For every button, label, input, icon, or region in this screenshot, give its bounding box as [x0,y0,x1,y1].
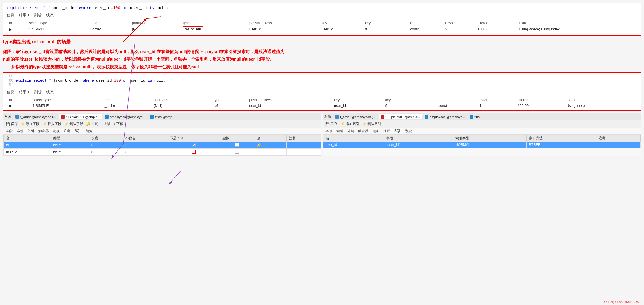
table-row-user-id-index[interactable]: user_id `user_id` NORMAL BTREE [323,142,641,148]
tab-info-2[interactable]: 信息 [7,89,14,95]
col-header-key: key [319,20,363,26]
cell-field-decimal-user-id: 0 [123,149,167,156]
right-db-icon [335,115,339,119]
panel-left-sub-tabs: 字段 索引 外键 触发器 选项 注释 SQL 预览 [3,128,321,135]
primary-key-icon: 🔑 [86,122,90,126]
move-down-button[interactable]: ↓ 下移 [113,121,123,126]
annotation-section: type类型出现 ref_or_null 的场景： 如图：表字段 user_id… [3,39,641,70]
right-col-comment: 注释 [596,135,641,142]
add-index-icon: ⚡ [340,122,345,126]
svg-rect-7 [150,115,154,119]
cell-field-comment-id [286,142,321,149]
tab-status-2[interactable]: 状态 [46,89,54,95]
delete-index-icon: ⚡ [362,122,366,126]
insert-field-button[interactable]: ⚡ 插入字段 [42,121,61,126]
checkbox-not-null-checked[interactable] [192,143,196,147]
cell-field-virtual-user-id [220,149,254,156]
delete-field-button[interactable]: ⚡ 删除字段 [64,121,83,126]
table-row-user-id[interactable]: user_id bigint 0 0 [4,149,321,156]
add-field-icon: ⚡ [21,122,25,126]
panel-right-tab-employees[interactable]: employees @employe... [423,114,467,119]
sub-tab-fields[interactable]: 字段 [6,129,13,134]
panel-left-toolbar: 💾 保存 ⚡ 添加字段 ⚡ 插入字段 ⚡ 删除字段 🔑 主键 [3,120,321,128]
tab-profile-2[interactable]: 剖析 [34,89,42,95]
col-header-table-2: table [101,97,151,103]
panel-tab-titles[interactable]: titles @emp [148,114,174,119]
sub-tab-options[interactable]: 选项 [53,129,60,134]
right-sub-tab-foreign-keys[interactable]: 外键 [347,129,354,134]
cell-field-length-user-id: 0 [89,149,123,156]
col-virtual: 虚拟 [220,135,254,142]
sub-tab-preview[interactable]: 预览 [86,129,92,134]
delete-index-button[interactable]: ⚡ 删除索引 [362,121,381,126]
col-header-id-2: id [7,97,30,103]
panel-right-toolbar: 💾 保存 ⚡ 添加索引 ⚡ 删除索引 [323,120,641,128]
top-result-table: id select_type table partitions type pos… [7,20,637,33]
sub-tab-sql[interactable]: SQL [75,129,82,134]
col-comment: 注释 [286,135,321,142]
panel-right-sub-tabs: 字段 索引 外键 触发器 选项 注释 SQL 预览 [323,128,641,135]
right-sub-tab-fields[interactable]: 字段 [325,129,332,134]
primary-key-button[interactable]: 🔑 主键 [86,121,98,126]
table-row-id[interactable]: id bigint 0 0 🔑1 [4,142,321,149]
panel-right-tab-t-order[interactable]: t_order @employees (... [333,114,377,119]
sub-tab-triggers[interactable]: 触发器 [38,129,49,134]
col-key: 键 [254,135,287,142]
table-row: ▶ 1 SIMPLE t_order (Null) ref_or_null us… [7,26,637,33]
right-sub-tab-comments[interactable]: 注释 [383,129,390,134]
table-blue-icon-1 [105,115,109,119]
checkbox-not-null-unchecked[interactable] [192,150,196,154]
db-icon [15,115,20,119]
add-field-button[interactable]: ⚡ 添加字段 [21,121,40,126]
panel-tab-explain001[interactable]: * Explain001 @emplo... [59,114,102,119]
right-sub-tab-preview[interactable]: 预览 [405,129,412,134]
tab-profile-1[interactable]: 剖析 [34,12,42,18]
table-red-icon [61,115,65,119]
annotation-line2: null的字段user_id比较大小的，所以最终会为值为null的user_id… [3,57,274,61]
move-up-button[interactable]: ↑ 上移 [101,121,110,126]
tab-result-2[interactable]: 结果 1 [19,89,30,95]
cell-index-type: NORMAL [453,142,527,148]
cell-field-not-null-user-id [167,149,220,156]
bottom-row: 对象 t_order @employees (... * Explain001 … [3,113,641,156]
add-index-button[interactable]: ⚡ 添加索引 [340,121,359,126]
tab-info-1[interactable]: 信息 [7,12,14,18]
cell-rows: 2 [443,26,475,33]
sub-tab-indexes[interactable]: 索引 [17,129,24,134]
cell-partitions-2: (Null) [151,103,211,109]
right-col-field: 字段 [384,135,453,142]
right-sub-tab-indexes[interactable]: 索引 [336,129,343,134]
panel-tab-t-order[interactable]: t_order @employees (... [14,114,58,119]
panel-right: 对象 t_order @employees (... * Explain001 … [323,113,641,156]
cell-field-type-user-id: bigint [51,149,89,156]
col-header-select-type: select_type [27,20,87,26]
tab-result-1[interactable]: 结果 1 [19,12,30,18]
cell-field-virtual-id [220,142,254,149]
cell-type: ref_or_null [181,26,247,33]
panel-right-tab-explain001[interactable]: * Explain001 @emplo... [379,114,422,119]
col-header-partitions: partitions [130,20,181,26]
cell-key-len-2: 9 [383,103,436,109]
tab-status-1[interactable]: 状态 [46,12,54,18]
panel-right-tab-titles[interactable]: title [468,114,481,119]
right-sub-tab-sql[interactable]: SQL [394,129,401,134]
second-sql-box: 65 66 explain select * from t_order wher… [3,72,641,111]
checkbox-virtual-unchecked[interactable] [235,143,239,147]
cell-field-not-null-id [167,142,220,149]
cell-key: user_id [319,26,363,33]
second-tabs-row: 信息 结果 1 剖析 状态 [7,89,637,96]
right-save-button[interactable]: 💾 保存 [325,121,337,126]
right-sub-tab-options[interactable]: 选项 [373,129,379,134]
right-sub-tab-triggers[interactable]: 触发器 [358,129,368,134]
panel-right-tabs: 对象 t_order @employees (... * Explain001 … [323,113,641,120]
cell-key-len: 9 [363,26,408,33]
sql-line-66: 66 explain select * from t_order where u… [7,78,637,83]
col-header-id: id [7,20,27,26]
sub-tab-foreign-keys[interactable]: 外键 [28,129,34,134]
checkbox-virtual-unchecked-2[interactable] [235,150,239,154]
col-header-extra-2: Extra [564,97,637,103]
sub-tab-comments[interactable]: 注释 [64,129,71,134]
cell-field-comment-user-id [286,149,321,156]
save-button[interactable]: 💾 保存 [6,121,18,126]
panel-tab-employees[interactable]: employees @employe... [103,114,147,119]
